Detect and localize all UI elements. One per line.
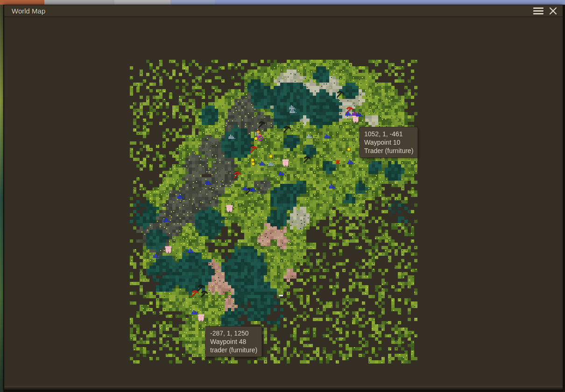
close-icon[interactable] [549,7,557,15]
ruin-blue-marker[interactable] [259,161,267,166]
bug-red-marker[interactable] [335,160,340,165]
ruin-blue-marker[interactable] [191,310,199,315]
game-world-top-sliver [0,0,565,5]
pickaxe-red-marker[interactable] [191,289,199,298]
pickaxe-black-marker[interactable] [303,155,311,164]
pickaxe-red-marker[interactable] [233,171,242,180]
tooltip-coords: 1052, 1, -461 [364,130,413,138]
tooltip-waypoint-name: Waypoint 48 [210,337,257,346]
ruin-blue-marker[interactable] [250,187,257,192]
tooltip-description: trader (furniture) [210,346,257,354]
ruin-gray-marker[interactable] [306,134,314,139]
dot-yellow-marker[interactable] [347,147,351,152]
map-viewport: 1052, 1, -461 Waypoint 10 Trader (furnit… [4,18,563,390]
titlebar-icons [533,7,557,15]
waypoint-tooltip: -287, 1, 1250 Waypoint 48 trader (furnit… [205,326,262,357]
world-map[interactable] [4,18,563,390]
ruin-blue-marker[interactable] [177,194,184,199]
pickaxe-black-marker[interactable] [282,125,291,134]
game-world-sliver-segment [44,0,114,5]
pickaxe-black-marker[interactable] [336,90,345,99]
ruin-blue-marker[interactable] [278,171,286,176]
menu-icon[interactable] [533,7,544,14]
game-world-left-sliver [0,5,3,392]
ruin-blue-marker[interactable] [324,134,332,139]
ruin-blue-marker[interactable] [329,184,336,189]
translocator-spiral-marker[interactable] [257,135,263,141]
trader-marker[interactable] [164,246,173,254]
window-title: World Map [12,7,45,15]
ruin-gray-marker[interactable] [268,161,275,167]
pickaxe-black-marker[interactable] [200,290,209,299]
ruin-blue-marker[interactable] [205,180,212,185]
tooltip-waypoint-name: Waypoint 10 [364,138,413,147]
world-map-window: World Map 1052, 1, -461 Waypoint 10 Trad… [4,5,563,390]
ruin-gray-marker[interactable] [290,109,297,114]
tooltip-coords: -287, 1, 1250 [210,329,257,337]
ruin-blue-marker[interactable] [345,111,353,116]
ruin-blue-marker[interactable] [188,248,195,253]
trader-marker[interactable] [226,205,234,213]
ruin-blue-marker[interactable] [347,160,355,165]
map-layer: 1052, 1, -461 Waypoint 10 Trader (furnit… [4,18,563,390]
titlebar[interactable]: World Map [4,5,563,17]
trader-marker[interactable] [197,314,206,322]
pickaxe-black-marker[interactable] [257,120,266,129]
pickaxe-red-marker[interactable] [249,145,258,154]
dash-white-marker[interactable] [279,295,283,297]
ruin-blue-marker[interactable] [153,253,160,259]
dot-yellow-marker[interactable] [269,154,273,159]
ruin-purple-marker[interactable] [352,111,360,116]
game-world-sliver-segment [0,0,44,5]
game-world-sliver-segment [170,0,215,5]
game-world-sliver-segment [114,0,170,5]
dot-yellow-marker[interactable] [251,162,255,166]
ruin-gray-marker[interactable] [228,134,236,140]
ruin-blue-marker[interactable] [163,217,170,223]
tooltip-description: Trader (furniture) [364,147,413,155]
screen-right-edge [563,5,565,392]
game-world-sliver-segment [215,0,565,5]
waypoint-tooltip: 1052, 1, -461 Waypoint 10 Trader (furnit… [360,127,418,158]
trader-marker[interactable] [282,159,290,167]
ruin-blue-marker[interactable] [242,186,250,191]
